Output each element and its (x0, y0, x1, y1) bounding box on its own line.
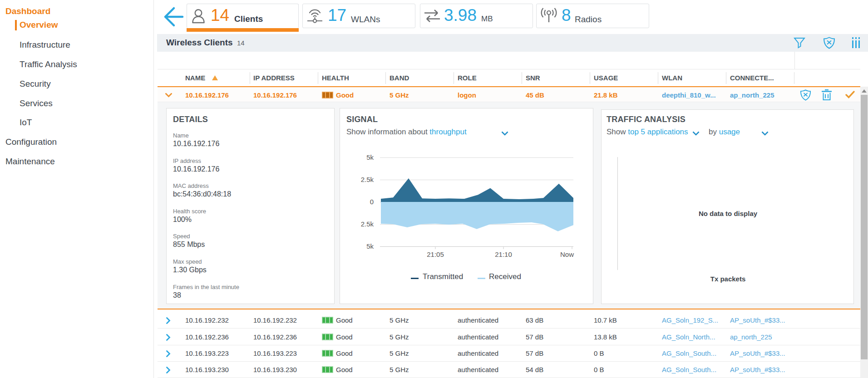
svg-text:2.5k: 2.5k (361, 176, 374, 183)
svg-text:2.5k: 2.5k (361, 220, 374, 228)
svg-text:5k: 5k (366, 153, 374, 161)
svg-text:Now: Now (560, 250, 574, 258)
svg-text:21:10: 21:10 (495, 250, 512, 258)
svg-text:21:05: 21:05 (427, 250, 444, 258)
svg-text:0: 0 (370, 198, 374, 206)
svg-text:5k: 5k (366, 242, 374, 250)
